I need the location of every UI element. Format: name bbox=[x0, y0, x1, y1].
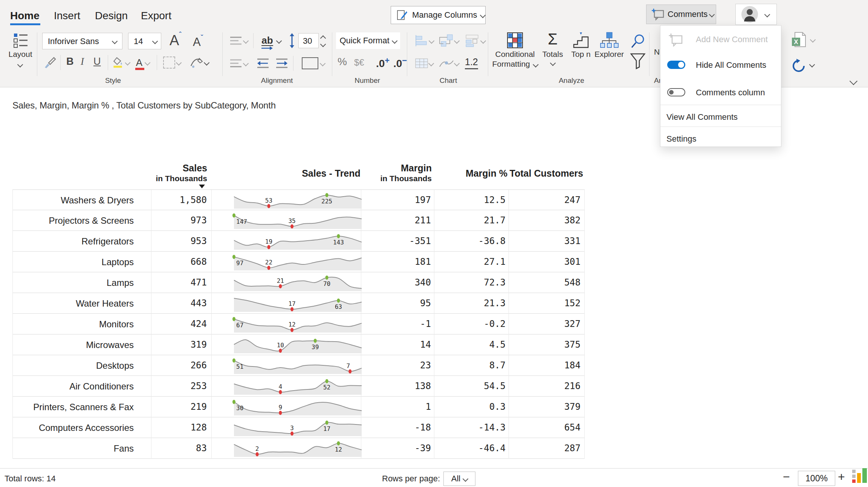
bar-chart-button[interactable] bbox=[413, 33, 435, 48]
cell-border-style-button[interactable] bbox=[301, 56, 326, 71]
manage-columns-button[interactable]: Manage Columns bbox=[391, 6, 486, 24]
table-row[interactable]: Printers, Scanners & Fax219 30 9 10.3379 bbox=[12, 397, 585, 417]
font-name-select[interactable]: Inforiver Sans bbox=[42, 33, 122, 49]
spark-min-label: 53 bbox=[265, 197, 272, 204]
table-row[interactable]: Projectors & Screens973 147 35 21121.738… bbox=[12, 210, 585, 231]
table-row[interactable]: Microwaves319 39 10 144.5375 bbox=[12, 334, 585, 355]
comments-button[interactable]: Comments bbox=[646, 5, 716, 24]
rows-per-page-select[interactable]: All bbox=[443, 472, 475, 486]
total-customers-value: 331 bbox=[509, 231, 585, 252]
quick-format-label: Quick Format bbox=[339, 36, 389, 46]
header-margin[interactable]: Margin bbox=[356, 163, 432, 174]
account-button[interactable] bbox=[735, 4, 777, 25]
sparkline: 39 10 bbox=[233, 336, 363, 353]
table-row[interactable]: Refrigerators953 143 19 -351-36.8331 bbox=[12, 231, 585, 252]
comments-column-toggle[interactable] bbox=[667, 88, 685, 96]
stepper-up-icon[interactable] bbox=[320, 35, 326, 41]
tab-insert[interactable]: Insert bbox=[54, 10, 80, 22]
table-row[interactable]: Desktops266 51 7 238.7184 bbox=[12, 355, 585, 376]
table-row[interactable]: Laptops668 97 22 18127.1301 bbox=[12, 252, 585, 272]
explorer-icon bbox=[599, 32, 619, 49]
zoom-level-input[interactable]: 100% bbox=[798, 471, 835, 486]
conditional-formatting-button[interactable] bbox=[506, 32, 524, 49]
margin-value: -39 bbox=[361, 438, 434, 459]
top-n-button[interactable]: Top n bbox=[571, 50, 590, 59]
zoom-in-button[interactable]: + bbox=[838, 470, 845, 484]
table-row[interactable]: Washers & Dryers1,580 225 53 19712.5247 bbox=[12, 189, 585, 210]
table-row[interactable]: Air Conditioners253 52 4 13854.5216 bbox=[12, 376, 585, 397]
chevron-down-icon bbox=[176, 60, 182, 66]
totals-chevron-icon[interactable] bbox=[550, 60, 556, 66]
trend-cell: 39 10 bbox=[212, 334, 361, 355]
table-view-button[interactable] bbox=[413, 56, 435, 71]
total-rows-label: Total rows: 14 bbox=[5, 474, 56, 484]
decrease-indent-button[interactable] bbox=[255, 56, 270, 71]
increase-font-size-button[interactable]: Aˆ bbox=[170, 32, 179, 49]
row-height-value: 30 bbox=[303, 36, 312, 46]
tab-design[interactable]: Design bbox=[95, 10, 128, 22]
number-group-label: Number bbox=[355, 76, 380, 85]
layout-chevron-icon[interactable] bbox=[17, 62, 23, 68]
spark-min-dot bbox=[256, 452, 259, 456]
spark-max-dot bbox=[232, 255, 235, 259]
spark-max-label: 97 bbox=[236, 260, 243, 267]
chart-decimals-button[interactable]: 1.2 bbox=[465, 56, 478, 69]
refresh-button[interactable] bbox=[791, 58, 807, 74]
quick-format-button[interactable]: Quick Format bbox=[336, 32, 400, 49]
sort-descending-icon[interactable] bbox=[199, 185, 205, 188]
header-total-customers[interactable]: Total Customers bbox=[489, 168, 583, 179]
table-row[interactable]: Monitors424 67 12 -1-0.2327 bbox=[12, 314, 585, 334]
tab-export[interactable]: Export bbox=[141, 10, 171, 22]
row-label: Fans bbox=[12, 438, 151, 459]
sparkline-settings-button[interactable] bbox=[437, 56, 460, 71]
borders-button[interactable] bbox=[162, 55, 182, 70]
refresh-chevron-icon[interactable] bbox=[809, 62, 815, 68]
explorer-button[interactable]: Explorer bbox=[594, 50, 624, 59]
sparkline: 52 4 bbox=[233, 378, 363, 395]
row-height-input[interactable]: 30 bbox=[298, 33, 319, 48]
format-painter-button[interactable] bbox=[42, 55, 57, 70]
horizontal-align-button[interactable] bbox=[227, 56, 250, 71]
font-color-button[interactable]: A bbox=[134, 55, 151, 70]
chevron-down-icon bbox=[533, 62, 539, 68]
italic-button[interactable]: I bbox=[81, 56, 84, 67]
total-customers-value: 327 bbox=[509, 314, 585, 334]
spark-min-label: 2 bbox=[255, 445, 259, 452]
tab-home[interactable]: Home bbox=[10, 10, 40, 22]
underline-button[interactable]: U bbox=[93, 56, 101, 67]
clear-format-button[interactable] bbox=[187, 55, 211, 70]
collapse-ribbon-icon[interactable] bbox=[850, 77, 857, 85]
filter-button[interactable] bbox=[630, 53, 646, 69]
margin-pct-value: -46.4 bbox=[434, 438, 509, 459]
percent-format-button[interactable]: % bbox=[338, 56, 347, 68]
decrease-font-size-button[interactable]: Aˇ bbox=[193, 35, 201, 49]
clipped-notes-button[interactable]: N bbox=[654, 47, 660, 56]
hierarchy-chart-button[interactable] bbox=[437, 33, 460, 48]
totals-button[interactable]: Totals bbox=[542, 50, 563, 59]
zoom-out-button[interactable]: − bbox=[783, 470, 790, 484]
export-chevron-icon[interactable] bbox=[810, 37, 816, 43]
header-sales[interactable]: Sales bbox=[124, 163, 207, 174]
increase-indent-button[interactable] bbox=[274, 56, 289, 71]
row-label: Printers, Scanners & Fax bbox=[12, 397, 151, 417]
manage-columns-label: Manage Columns bbox=[412, 10, 477, 20]
table-row[interactable]: Lamps471 70 21 34072.3548 bbox=[12, 272, 585, 293]
table-row[interactable]: Water Heaters443 63 17 9521.3152 bbox=[12, 293, 585, 314]
decrease-decimal-button[interactable]: .0− bbox=[393, 56, 407, 70]
layered-chart-button[interactable] bbox=[463, 33, 487, 48]
table-row[interactable]: Fans83 12 2 -39-46.4287 bbox=[12, 438, 585, 459]
stepper-down-icon[interactable] bbox=[320, 41, 326, 47]
currency-format-button[interactable]: $€ bbox=[354, 57, 364, 68]
export-excel-button[interactable]: X bbox=[790, 32, 808, 49]
bold-button[interactable]: B bbox=[66, 56, 74, 67]
layout-button[interactable] bbox=[9, 32, 32, 50]
search-button[interactable] bbox=[630, 33, 646, 49]
font-size-select[interactable]: 14 bbox=[128, 33, 161, 49]
fill-color-button[interactable] bbox=[112, 55, 130, 70]
hide-all-comments-toggle[interactable] bbox=[667, 61, 685, 69]
increase-decimal-button[interactable]: .0+ bbox=[376, 56, 390, 70]
wrap-text-button[interactable]: ab bbox=[258, 32, 285, 49]
vertical-align-button[interactable] bbox=[227, 33, 250, 48]
table-row[interactable]: Computers Accessories128 17 3 -18-14.365… bbox=[12, 417, 585, 438]
format-painter-icon bbox=[43, 56, 56, 69]
